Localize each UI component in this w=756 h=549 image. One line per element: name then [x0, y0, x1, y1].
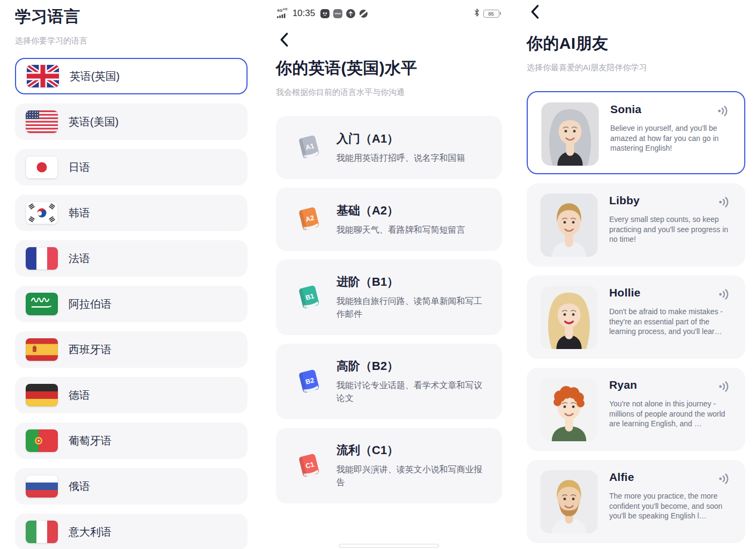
language-label: 英语(美国): [69, 115, 118, 129]
page-subtitle-friends: 选择你最喜爱的AI朋友陪伴你学习: [527, 62, 745, 73]
friend-option-alfie[interactable]: Alfie The more you practice, the more co…: [527, 460, 745, 543]
avatar-sonia: [541, 102, 599, 166]
vivo-app-icon: vivo: [333, 9, 342, 18]
language-option-korean[interactable]: 韩语: [15, 195, 248, 231]
level-option-a1[interactable]: A1 入门（A1） 我能用英语打招呼、说名字和国籍: [276, 116, 502, 179]
page-title-languages: 学习语言: [15, 6, 248, 27]
browser-slash-icon: [359, 9, 368, 18]
language-label: 英语(英国): [70, 69, 119, 84]
language-list: 英语(英国) 英语(美国) 日语 韩语 法语: [15, 58, 248, 549]
app-canvas: 学习语言 选择你要学习的语言 英语(英国) 英语(美国) 日语: [0, 0, 756, 549]
language-label: 日语: [69, 160, 90, 175]
language-label: 俄语: [69, 479, 90, 494]
avatar-libby: [540, 194, 598, 257]
level-description: 我能聊天气、看路牌和写简短留言: [336, 224, 465, 236]
language-option-italian[interactable]: 意大利语: [15, 514, 248, 549]
language-label: 德语: [69, 388, 90, 403]
voice-sample-icon[interactable]: [718, 196, 731, 210]
pt-flag-icon: [26, 429, 58, 452]
back-button[interactable]: [277, 32, 291, 47]
sa-flag-icon: [26, 293, 58, 315]
friend-name: Hollie: [609, 286, 640, 299]
avatar-hollie: [540, 286, 598, 349]
screen-friend-select: 你的AI朋友 选择你最喜爱的AI朋友陪伴你学习 Sonia Believe in…: [527, 0, 745, 549]
voice-sample-icon[interactable]: [718, 381, 731, 394]
friend-quote: The more you practice, the more confiden…: [609, 491, 733, 521]
level-description: 我能用英语打招呼、说名字和国籍: [336, 152, 465, 165]
cellular-signal-icon: 4GHD: [277, 9, 288, 18]
it-flag-icon: [26, 521, 58, 543]
level-description: 我能即兴演讲、读英文小说和写商业报告: [336, 463, 489, 489]
kr-flag-icon: [26, 202, 58, 224]
book-icon-a1: A1: [295, 133, 323, 161]
level-name: 高阶（B2）: [336, 358, 489, 374]
friend-quote: Don't be afraid to make mistakes - they'…: [609, 307, 733, 337]
avatar-ryan: [540, 378, 598, 441]
fr-flag-icon: [26, 247, 58, 270]
page-subtitle-level: 我会根据你目前的语言水平与你沟通: [276, 87, 502, 98]
screen-level-select: 4GHD 10:35 vivo: [276, 0, 502, 549]
language-option-french[interactable]: 法语: [15, 240, 248, 277]
screen-language-select: 学习语言 选择你要学习的语言 英语(英国) 英语(美国) 日语: [15, 0, 248, 549]
friend-name: Alfie: [609, 471, 634, 484]
page-title-friends: 你的AI朋友: [527, 33, 745, 54]
chevron-left-icon: [528, 4, 541, 19]
language-label: 阿拉伯语: [69, 297, 111, 311]
book-icon-a2: A2: [295, 205, 323, 233]
voice-sample-icon[interactable]: [718, 288, 731, 302]
friend-name: Sonia: [610, 103, 641, 116]
status-bar-right: 85: [474, 9, 501, 19]
friend-option-hollie[interactable]: Hollie Don't be afraid to make mistakes …: [527, 276, 745, 359]
language-option-russian[interactable]: 俄语: [15, 468, 248, 505]
ru-flag-icon: [26, 475, 58, 498]
level-name: 入门（A1）: [336, 131, 465, 147]
language-option-spanish[interactable]: 西班牙语: [15, 331, 248, 368]
avatar-alfie: [540, 470, 598, 533]
level-option-c1[interactable]: C1 流利（C1） 我能即兴演讲、读英文小说和写商业报告: [276, 428, 502, 503]
battery-level: 85: [488, 11, 494, 17]
friend-option-ryan[interactable]: Ryan You're not alone in this journey - …: [527, 368, 745, 451]
us-flag-icon: [26, 110, 58, 133]
friend-name: Libby: [609, 194, 640, 207]
friend-quote: Every small step counts, so keep practic…: [609, 214, 733, 244]
level-option-b1[interactable]: B1 进阶（B1） 我能独自旅行问路、读简单新闻和写工作邮件: [276, 259, 502, 335]
language-option-english-us[interactable]: 英语(美国): [15, 103, 248, 140]
chevron-left-icon: [278, 32, 290, 47]
battery-icon: 85: [483, 10, 501, 18]
level-name: 进阶（B1）: [336, 274, 489, 290]
language-label: 西班牙语: [69, 343, 111, 357]
voice-sample-icon[interactable]: [717, 105, 730, 118]
page-title-level: 你的英语(英国)水平: [276, 58, 502, 78]
jp-flag-icon: [26, 156, 58, 179]
language-label: 法语: [69, 251, 90, 266]
bluetooth-icon: [474, 9, 480, 19]
friend-quote: Believe in yourself, and you'll be amaze…: [610, 123, 732, 153]
level-option-b2[interactable]: B2 高阶（B2） 我能讨论专业话题、看学术文章和写议论文: [276, 344, 502, 419]
friend-option-sonia[interactable]: Sonia Believe in yourself, and you'll be…: [527, 91, 745, 174]
upload-arrow-icon: [346, 9, 355, 18]
language-option-japanese[interactable]: 日语: [15, 149, 248, 186]
status-time: 10:35: [293, 8, 316, 19]
de-flag-icon: [26, 384, 58, 406]
book-icon-c1: C1: [295, 452, 323, 480]
language-option-portuguese[interactable]: 葡萄牙语: [15, 422, 248, 459]
friend-list: Sonia Believe in yourself, and you'll be…: [527, 91, 745, 543]
back-button[interactable]: [528, 4, 542, 19]
friend-option-libby[interactable]: Libby Every small step counts, so keep p…: [527, 183, 745, 266]
notification-app-icon: [320, 9, 330, 18]
language-label: 葡萄牙语: [69, 434, 111, 448]
language-option-german[interactable]: 德语: [15, 377, 248, 413]
home-indicator[interactable]: [339, 544, 439, 548]
signal-bars-icon: [277, 13, 286, 18]
page-subtitle-languages: 选择你要学习的语言: [15, 35, 248, 46]
friend-name: Ryan: [609, 379, 637, 391]
level-name: 基础（A2）: [336, 203, 465, 219]
language-label: 意大利语: [69, 525, 111, 539]
level-option-a2[interactable]: A2 基础（A2） 我能聊天气、看路牌和写简短留言: [276, 188, 502, 251]
language-option-english-uk[interactable]: 英语(英国): [15, 58, 248, 94]
status-bar-left: 4GHD 10:35 vivo: [277, 8, 368, 19]
language-option-arabic[interactable]: 阿拉伯语: [15, 286, 248, 322]
level-description: 我能讨论专业话题、看学术文章和写议论文: [336, 379, 489, 405]
language-label: 韩语: [69, 206, 90, 220]
voice-sample-icon[interactable]: [718, 473, 731, 486]
